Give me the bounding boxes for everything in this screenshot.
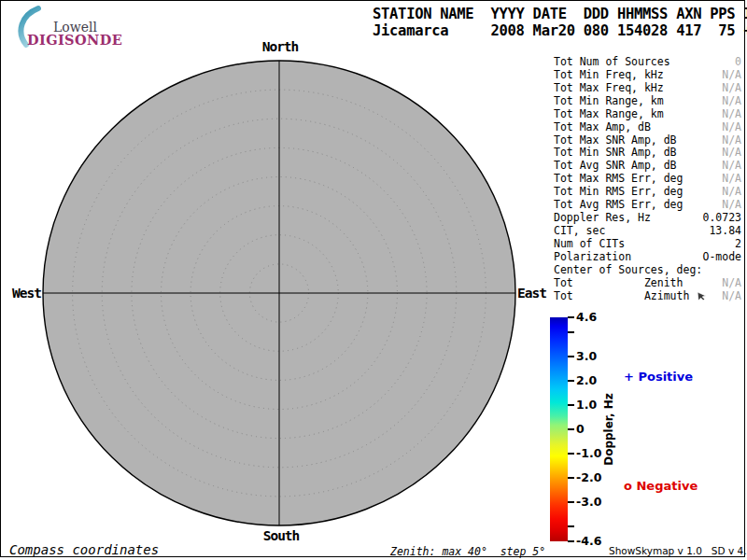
stats-row-value: O-mode — [702, 250, 741, 263]
stats-row-label: Tot Azimuth — [554, 289, 689, 302]
stats-row: Tot Min Range, km N/A — [554, 94, 741, 107]
colorbar-tick — [568, 404, 574, 406]
stats-row-label: Tot Max SNR Amp, dB — [554, 133, 677, 147]
stats-row: Center of Sources, deg: — [554, 263, 741, 276]
colorbar-tick-label: -3.0 — [576, 495, 601, 509]
stats-row: Tot Max RMS Err, deg N/A — [554, 172, 741, 185]
stats-row-value: N/A — [722, 198, 741, 211]
colorbar-tick — [568, 453, 574, 455]
stats-row-label: Num of CITs — [554, 237, 625, 250]
colorbar-tick-label: 0 — [576, 422, 585, 436]
stats-row-value: 0 — [735, 55, 741, 68]
stats-row: Tot Avg SNR Amp, dB N/A — [554, 159, 741, 172]
stats-row: Tot Num of Sources 0 — [554, 55, 741, 68]
stats-row: Tot Max SNR Amp, dB N/A — [554, 133, 741, 147]
stats-row-label: Tot Max Range, km — [554, 107, 664, 120]
stats-row-value: N/A — [722, 107, 741, 120]
stats-row: Tot Max Range, km N/A — [554, 107, 741, 120]
colorbar-tick-label: -2.0 — [576, 470, 601, 484]
colorbar-gradient — [550, 317, 568, 541]
stats-row-value: 13.84 — [709, 224, 741, 237]
stats-row-label: Tot Max Amp, dB — [554, 120, 651, 133]
doppler-colorbar: 4.63.02.01.00-1.0-2.0-3.0-4.6 — [550, 317, 606, 541]
stats-row-label: Tot Min SNR Amp, dB — [554, 146, 677, 159]
stats-row-value: N/A — [722, 185, 741, 198]
stats-row-value: N/A — [722, 133, 741, 147]
stats-row-value: N/A — [722, 68, 741, 81]
compass-east-label: East — [517, 286, 546, 301]
stats-row-label: Tot Min Freq, kHz — [554, 68, 664, 81]
colorbar-axis-title: Doppler, Hz — [602, 393, 615, 466]
legend-negative-label: Negative — [636, 479, 698, 493]
lowell-digisonde-logo: Lowell DIGISONDE — [7, 4, 129, 49]
colorbar-tick — [568, 331, 574, 333]
legend-positive: + Positive — [624, 370, 693, 384]
colorbar-tick — [568, 525, 574, 527]
legend-positive-label: Positive — [638, 370, 693, 384]
compass-north-label: North — [262, 39, 299, 54]
station-header-line1: STATION NAME YYYY DATE DDD HHMMSS AXN PP… — [373, 6, 747, 22]
logo-digisonde-text: DIGISONDE — [27, 32, 122, 48]
stats-row-value: N/A — [722, 276, 741, 289]
stats-row-value: N/A — [722, 289, 741, 302]
stats-row: Tot Min Freq, kHz N/A — [554, 68, 741, 81]
colorbar-tick — [568, 477, 574, 479]
colorbar-tick — [568, 501, 574, 503]
colorbar-tick-label: -1.0 — [576, 446, 601, 460]
stats-row-value: N/A — [722, 146, 741, 159]
stats-row-value: N/A — [722, 172, 741, 185]
stats-row: Tot Zenith N/A — [554, 276, 741, 289]
colorbar-tick — [568, 380, 574, 382]
coordinates-mode-label: Compass coordinates — [9, 542, 159, 557]
colorbar-tick — [568, 356, 574, 357]
colorbar-tick-label: 1.0 — [576, 398, 597, 412]
colorbar-tick — [568, 316, 574, 318]
stats-panel: Tot Num of Sources 0 Tot Min Freq, kHz N… — [554, 55, 741, 302]
stats-row-value: N/A — [722, 120, 741, 133]
compass-south-label: South — [263, 528, 300, 543]
stats-row-label: Center of Sources, deg: — [554, 263, 702, 276]
stats-row-label: Tot Num of Sources — [554, 55, 670, 68]
stats-row: Tot Avg RMS Err, deg N/A — [554, 198, 741, 211]
zenith-range-label: Zenith: max 40° step 5° — [390, 545, 545, 558]
colorbar-tick-label: 3.0 — [576, 349, 597, 363]
stats-row: Polarization O-mode — [554, 250, 741, 263]
stats-row-value: N/A — [722, 94, 741, 107]
stats-row-value: 2 — [735, 237, 741, 250]
stats-row-label: Doppler Res, Hz — [554, 211, 651, 224]
circle-marker-icon: o — [624, 479, 632, 493]
station-header-line2: Jicamarca 2008 Mar20 080 154028 417 75 +… — [373, 22, 747, 39]
stats-row-value: N/A — [722, 81, 741, 94]
colorbar-tick-label: 2.0 — [576, 373, 597, 387]
stats-row-label: Tot Zenith — [554, 276, 683, 289]
colorbar-tick-label: -4.6 — [576, 534, 601, 548]
colorbar-tick — [568, 428, 574, 430]
legend-negative: o Negative — [624, 479, 698, 493]
stats-row: Tot Min RMS Err, deg N/A — [554, 185, 741, 198]
stats-row-label: Tot Avg RMS Err, deg — [554, 198, 683, 211]
stats-row-label: Tot Max Freq, kHz — [554, 81, 664, 94]
stats-row: Tot Min SNR Amp, dB N/A — [554, 146, 741, 159]
plus-marker-icon: + — [624, 370, 634, 384]
stats-row-label: Tot Max RMS Err, deg — [554, 172, 683, 185]
stats-row-label: Polarization — [554, 250, 631, 263]
stats-row: Num of CITs 2 — [554, 237, 741, 250]
stats-row: Doppler Res, Hz 0.0723 — [554, 211, 741, 224]
stats-row: CIT, sec 13.84 — [554, 224, 741, 237]
version-label: ShowSkymap v 1.0 SD v 4.2 — [609, 545, 747, 556]
station-header: STATION NAME YYYY DATE DDD HHMMSS AXN PP… — [373, 6, 747, 39]
compass-west-label: West — [12, 286, 41, 301]
stats-row-label: CIT, sec — [554, 224, 605, 237]
stats-row-label: Tot Min RMS Err, deg — [554, 185, 683, 198]
stats-row-label: Tot Avg SNR Amp, dB — [554, 159, 677, 172]
stats-row: Tot Azimuth N/A — [554, 289, 741, 302]
stats-row-value: N/A — [722, 159, 741, 172]
stats-row: Tot Max Freq, kHz N/A — [554, 81, 741, 94]
colorbar-tick-label: 4.6 — [576, 310, 597, 324]
colorbar-tick — [568, 540, 574, 542]
stats-row-label: Tot Min Range, km — [554, 94, 664, 107]
stats-row-value: 0.0723 — [702, 211, 741, 224]
stats-row: Tot Max Amp, dB N/A — [554, 120, 741, 133]
mouse-cursor — [697, 290, 709, 302]
